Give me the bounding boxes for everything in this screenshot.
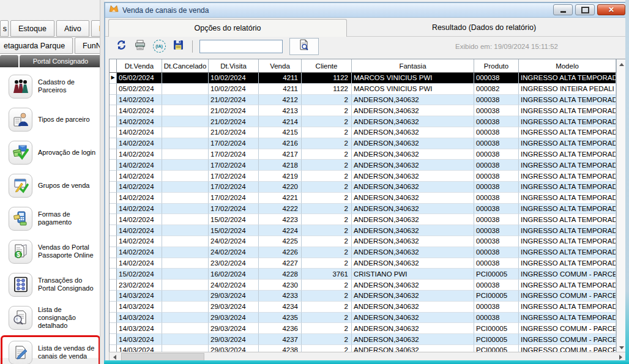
cell-cliente: 2 — [302, 182, 352, 193]
column-header-dt_venda[interactable]: Dt.Venda — [117, 59, 162, 72]
table-row[interactable]: 14/03/202429/03/202442352ANDERSON,340632… — [110, 313, 616, 324]
print-button[interactable] — [133, 39, 147, 54]
sidebar-item-tipos-de-parceiro[interactable]: Tipos de parceiro — [0, 103, 103, 136]
table-row[interactable]: 14/02/202423/02/202442272ANDERSON,340632… — [110, 258, 616, 269]
sidebar-item-aprova-o-de-login[interactable]: Aprovação de login — [0, 136, 103, 169]
background-tab-estoque[interactable]: Estoque — [10, 20, 54, 37]
title-bar[interactable]: Venda de canais de venda ✕ — [105, 3, 629, 18]
search-input[interactable] — [199, 40, 283, 53]
close-button[interactable]: ✕ — [597, 4, 625, 15]
cell-modelo: INGRESSO ALTA TEMPORAD — [519, 204, 616, 215]
table-row[interactable]: 14/02/202417/02/202442182ANDERSON,340632… — [110, 160, 616, 171]
sidebar-item-vendas-do-portal-passaporte-online[interactable]: $Vendas do Portal Passaporte Online — [0, 235, 103, 268]
cell-venda: 4230 — [259, 280, 302, 291]
cell-dt_cancelado — [162, 127, 209, 138]
maximize-button[interactable] — [575, 4, 595, 15]
table-row[interactable]: 14/02/202417/02/202442172ANDERSON,340632… — [110, 149, 616, 160]
cell-dt_cancelado — [162, 105, 209, 116]
column-header-produto[interactable]: Produto — [474, 59, 519, 72]
background-tab-etaguarda-parque[interactable]: etaguarda Parque — [0, 37, 73, 54]
table-row[interactable]: 14/03/202429/03/202442332ANDERSON,340632… — [110, 291, 616, 302]
payment-methods-icon — [9, 207, 32, 231]
cell-modelo: INGRESSO ALTA TEMPORAD — [519, 73, 616, 84]
row-indicator-cell — [110, 160, 117, 171]
cell-produto: 000038 — [474, 214, 519, 225]
table-row[interactable]: 14/03/202429/03/202442362ANDERSON,340632… — [110, 323, 616, 334]
cell-fantasia: ANDERSON,340632 — [352, 171, 474, 182]
column-header-venda[interactable]: Venda — [259, 59, 302, 72]
sidebar-item-lista-de-vendas-de-canais-de-venda[interactable]: Lista de vendas de canais de venda — [2, 337, 99, 364]
cell-cliente: 2 — [302, 280, 352, 291]
table-row[interactable]: 14/02/202417/02/202442162ANDERSON,340632… — [110, 138, 616, 149]
tab-resultado[interactable]: Resultado (Dados do relatório) — [350, 19, 618, 36]
tab-opcoes-do-relatorio[interactable]: Opções do relatório — [108, 19, 347, 37]
sidebar-item-grupos-de-venda[interactable]: Grupos de venda — [0, 169, 103, 202]
table-row[interactable]: 14/02/202424/02/202442262ANDERSON,340632… — [110, 247, 616, 258]
sales-channels-list-icon — [9, 341, 32, 364]
table-row[interactable]: 14/02/202415/02/202442232ANDERSON,340632… — [110, 214, 616, 225]
column-header-dt_cancelado[interactable]: Dt.Cancelado — [162, 59, 209, 72]
sidebar-item-label: Cadastro de Parceiros — [38, 78, 100, 94]
column-header-modelo[interactable]: Modelo — [519, 59, 616, 72]
sidebar-item-cadastro-de-parceiros[interactable]: Cadastro de Parceiros — [0, 70, 103, 103]
table-row[interactable]: 14/02/202417/02/202442222ANDERSON,340632… — [110, 204, 616, 215]
sidebar-section-header[interactable]: Portal Consignado — [0, 55, 102, 67]
cell-dt_cancelado — [162, 73, 209, 84]
window-bottom-border — [104, 360, 629, 364]
table-row[interactable]: 14/02/202421/02/202442152ANDERSON,340632… — [110, 127, 616, 138]
cell-cliente: 2 — [302, 116, 352, 127]
cell-produto: PCI00005 — [474, 291, 519, 302]
table-row[interactable]: 14/02/202417/02/202442202ANDERSON,340632… — [110, 182, 616, 193]
table-row[interactable]: 14/02/202417/02/202442192ANDERSON,340632… — [110, 171, 616, 182]
consignment-list-icon — [9, 306, 32, 330]
column-header-fantasia[interactable]: Fantasia — [352, 59, 474, 72]
cell-cliente: 2 — [302, 236, 352, 247]
cell-cliente: 2 — [302, 247, 352, 258]
down-arrow-icon — [619, 346, 624, 349]
table-row[interactable]: 14/03/202429/03/202442372ANDERSON,340632… — [110, 334, 616, 345]
cell-dt_venda: 14/02/2024 — [117, 182, 162, 193]
sidebar-item-formas-de-pagamento[interactable]: Formas de pagamento — [0, 202, 103, 235]
table-row[interactable]: 15/02/202416/02/202442283761CRISTIANO PW… — [110, 269, 616, 280]
cell-cliente: 2 — [302, 160, 352, 171]
sidebar-item-transa-es-do-portal-consignado[interactable]: Transações do Portal Consignado — [0, 268, 103, 301]
column-header-dt_visita[interactable]: Dt.Visita — [209, 59, 259, 72]
refresh-button[interactable] — [114, 39, 128, 54]
table-row[interactable]: 14/02/202417/02/202442212ANDERSON,340632… — [110, 193, 616, 204]
save-button[interactable] — [171, 39, 185, 54]
column-header-cliente[interactable]: Cliente — [302, 59, 352, 72]
sidebar-item-label: Lista de consignação detalhado — [38, 306, 100, 330]
table-row[interactable]: 14/03/202429/03/202442342ANDERSON,340632… — [110, 302, 616, 313]
table-row[interactable]: 14/02/202424/02/202442252ANDERSON,340632… — [110, 236, 616, 247]
cell-cliente: 2 — [302, 95, 352, 106]
table-row[interactable]: ▶05/02/202410/02/202442111122MARCOS VINI… — [110, 73, 616, 84]
cell-fantasia: ANDERSON,340632 — [352, 323, 474, 334]
sidebar-item-label: Tipos de parceiro — [38, 116, 100, 124]
cell-dt_visita: 17/02/2024 — [209, 138, 259, 149]
cell-venda: 4212 — [259, 95, 302, 106]
row-indicator-cell — [110, 84, 117, 95]
table-row[interactable]: 14/02/202421/02/202442122ANDERSON,340632… — [110, 95, 616, 106]
preview-button[interactable] — [289, 38, 319, 55]
window-title: Venda de canais de venda — [122, 6, 209, 15]
table-row[interactable]: 14/02/202421/02/202442132ANDERSON,340632… — [110, 105, 616, 116]
ia-button[interactable]: (IA) — [152, 39, 166, 54]
cell-fantasia: ANDERSON,340632 — [352, 247, 474, 258]
cell-produto: 000038 — [474, 313, 519, 324]
background-tab-ativo[interactable]: Ativo — [56, 20, 89, 37]
row-indicator-cell — [110, 95, 117, 106]
grid-body[interactable]: ▶05/02/202410/02/202442111122MARCOS VINI… — [110, 73, 616, 352]
row-indicator-cell — [110, 204, 117, 215]
cell-fantasia: MARCOS VINICIUS PWI — [352, 73, 474, 84]
table-row[interactable]: 14/02/202415/02/202442242ANDERSON,340632… — [110, 225, 616, 236]
cell-dt_cancelado — [162, 291, 209, 302]
minimize-button[interactable] — [553, 4, 573, 15]
cell-venda: 4227 — [259, 258, 302, 269]
table-row[interactable]: 14/02/202421/02/202442142ANDERSON,340632… — [110, 116, 616, 127]
table-row[interactable]: 23/02/202424/02/202442302ANDERSON,340632… — [110, 280, 616, 291]
table-row[interactable]: 05/02/202410/02/202442111122MARCOS VINIC… — [110, 84, 616, 95]
background-tab-s[interactable]: s — [0, 20, 9, 37]
cell-dt_cancelado — [162, 182, 209, 193]
sidebar-item-lista-de-consigna-o-detalhado[interactable]: Lista de consignação detalhado — [0, 301, 103, 334]
portal-consignado-sidebar: Portal Consignado Cadastro de ParceirosT… — [0, 54, 103, 358]
